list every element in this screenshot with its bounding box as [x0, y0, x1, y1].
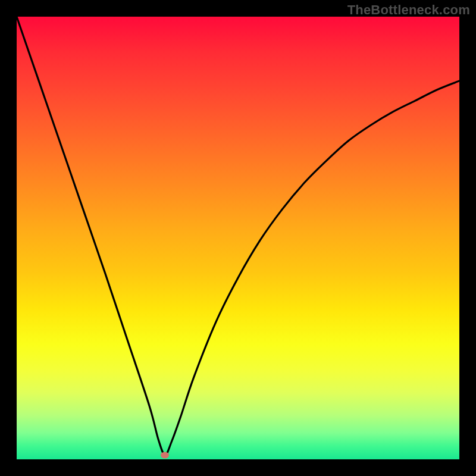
- plot-area: [17, 17, 459, 459]
- bottleneck-curve: [17, 17, 459, 459]
- optimum-marker: [161, 452, 169, 458]
- chart-frame: TheBottleneck.com: [0, 0, 476, 476]
- watermark-text: TheBottleneck.com: [347, 2, 470, 18]
